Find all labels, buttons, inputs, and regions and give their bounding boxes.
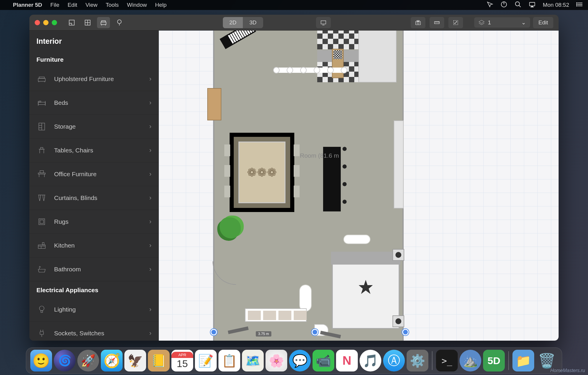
dock-news-icon[interactable]: N xyxy=(336,350,358,371)
tool-tree-icon[interactable] xyxy=(113,17,126,28)
wall-handle[interactable] xyxy=(312,329,318,335)
tool-scale-icon[interactable] xyxy=(448,17,463,28)
svg-point-2 xyxy=(515,2,519,6)
view-3d-button[interactable]: 3D xyxy=(243,17,263,28)
chevron-right-icon: › xyxy=(149,265,151,273)
chevron-right-icon: › xyxy=(149,170,151,178)
dock-appstore-icon[interactable]: Ⓐ xyxy=(383,350,405,371)
dock-photos-icon[interactable]: 🌸 xyxy=(265,350,287,371)
dock-launchpad-icon[interactable]: 🚀 xyxy=(77,350,99,371)
dock-contacts-icon[interactable]: 📒 xyxy=(148,350,170,371)
dock-reminders-icon[interactable]: 📋 xyxy=(218,350,240,371)
menu-window[interactable]: Window xyxy=(127,2,147,8)
sidebar-item-lighting[interactable]: Lighting › xyxy=(29,298,158,322)
door-arc[interactable] xyxy=(213,261,236,285)
menu-tools[interactable]: Tools xyxy=(106,2,118,8)
bed-icon xyxy=(36,97,47,108)
sidebar-item-curtains[interactable]: Curtains, Blinds › xyxy=(29,186,158,210)
dock-safari-icon[interactable]: 🧭 xyxy=(101,350,123,371)
furn-plant[interactable] xyxy=(220,217,241,238)
sidebar-item-rugs[interactable]: Rugs › xyxy=(29,210,158,234)
watermark: HomeMasters.ru xyxy=(550,368,585,373)
dock-music-icon[interactable]: 🎵 xyxy=(360,350,381,371)
dock-settings-icon[interactable]: ⚙️ xyxy=(407,350,428,371)
menubar-clock[interactable]: Mon 08:52 xyxy=(543,2,569,8)
power-icon[interactable] xyxy=(500,1,507,9)
chevron-down-icon: ⌄ xyxy=(521,19,526,26)
furn-shelf[interactable] xyxy=(207,88,221,120)
dock-app-icon[interactable]: ⛰️ xyxy=(460,350,481,371)
menu-list-icon[interactable] xyxy=(576,1,583,9)
plug-icon xyxy=(36,328,47,339)
sidebar[interactable]: Interior Furniture Upholstered Furniture… xyxy=(29,31,159,341)
wall-handle[interactable] xyxy=(402,329,409,335)
furn-kitchen-counter[interactable] xyxy=(394,120,404,208)
dock-calendar-icon[interactable]: APR 15 xyxy=(171,350,193,371)
sidebar-item-label: Office Furniture xyxy=(54,171,96,178)
sidebar-item-beds[interactable]: Beds › xyxy=(29,91,158,115)
furn-ceiling-lights[interactable] xyxy=(276,68,347,73)
dock-maps-icon[interactable]: 🗺️ xyxy=(242,350,264,371)
sidebar-item-office[interactable]: Office Furniture › xyxy=(29,162,158,186)
furn-stool[interactable] xyxy=(343,182,347,186)
sidebar-item-tables[interactable]: Tables, Chairs › xyxy=(29,139,158,162)
dock-notes-icon[interactable]: 📝 xyxy=(195,350,217,371)
edit-button[interactable]: Edit xyxy=(533,17,553,28)
sidebar-item-kitchen[interactable]: Kitchen › xyxy=(29,234,158,258)
room-area[interactable]: ❁❁❁ xyxy=(213,31,404,341)
sidebar-item-label: Rugs xyxy=(54,218,69,225)
chevron-right-icon: › xyxy=(149,147,151,154)
wall-handle[interactable] xyxy=(211,329,217,335)
bathtub-icon xyxy=(36,264,47,275)
furn-dining-rug[interactable]: ❁❁❁ xyxy=(230,133,294,212)
dock-finder-icon[interactable]: 🙂 xyxy=(30,350,52,371)
tool-measure-icon[interactable] xyxy=(430,17,444,28)
dock-messages-icon[interactable]: 💬 xyxy=(289,350,311,371)
furn-sideboard[interactable] xyxy=(245,308,307,322)
dock-planner5d-icon[interactable]: 5D xyxy=(483,350,505,371)
close-button[interactable] xyxy=(35,20,40,25)
furn-living-set[interactable] xyxy=(317,31,400,99)
furn-stool[interactable] xyxy=(343,200,347,204)
furn-rug-fluffy[interactable] xyxy=(300,285,311,311)
tool-furniture-icon[interactable] xyxy=(97,17,110,28)
furn-rug-fluffy[interactable] xyxy=(344,235,370,244)
menu-view[interactable]: View xyxy=(86,2,98,8)
menu-edit[interactable]: Edit xyxy=(68,2,77,8)
furn-nightstand[interactable] xyxy=(392,249,404,261)
tool-room-icon[interactable] xyxy=(65,17,78,28)
tool-grid-icon[interactable] xyxy=(81,17,94,28)
view-2d-button[interactable]: 2D xyxy=(223,17,243,28)
furn-stool[interactable] xyxy=(343,147,347,151)
dock-terminal-icon[interactable]: >_ xyxy=(436,350,458,371)
dock-downloads-icon[interactable]: 📁 xyxy=(512,350,534,371)
sidebar-item-sockets[interactable]: Sockets, Switches › xyxy=(29,322,158,341)
dock-siri-icon[interactable]: 🌀 xyxy=(54,350,76,371)
minimize-button[interactable] xyxy=(43,20,49,25)
menu-file[interactable]: File xyxy=(50,2,59,8)
window-titlebar: 2D 3D 1 ⌄ Edit xyxy=(29,15,559,31)
menu-help[interactable]: Help xyxy=(155,2,166,8)
svg-rect-39 xyxy=(38,102,45,105)
cursor-icon[interactable] xyxy=(486,1,493,9)
furn-nightstand[interactable] xyxy=(392,315,404,327)
furn-stool[interactable] xyxy=(343,164,347,169)
furn-bed[interactable] xyxy=(332,253,400,329)
search-icon[interactable] xyxy=(514,1,522,9)
dock-facetime-icon[interactable]: 📹 xyxy=(313,350,334,371)
tool-snapshot-icon[interactable] xyxy=(411,17,425,28)
sidebar-item-bathroom[interactable]: Bathroom › xyxy=(29,258,158,281)
fullscreen-button[interactable] xyxy=(52,20,57,25)
layers-dropdown[interactable]: 1 ⌄ xyxy=(474,17,530,28)
sidebar-item-upholstered[interactable]: Upholstered Furniture › xyxy=(29,67,158,91)
sidebar-item-storage[interactable]: Storage › xyxy=(29,115,158,139)
floorplan-canvas[interactable]: ❁❁❁ xyxy=(159,31,559,341)
dock-mail-icon[interactable]: 🦅 xyxy=(124,350,146,371)
tool-render-icon[interactable] xyxy=(316,17,331,28)
sidebar-item-label: Beds xyxy=(54,99,68,106)
svg-rect-17 xyxy=(101,22,106,24)
app-name[interactable]: Planner 5D xyxy=(13,2,42,8)
furn-piano[interactable] xyxy=(220,31,256,49)
sidebar-item-label: Tables, Chairs xyxy=(54,147,93,154)
screen-mirror-icon[interactable] xyxy=(529,1,536,9)
